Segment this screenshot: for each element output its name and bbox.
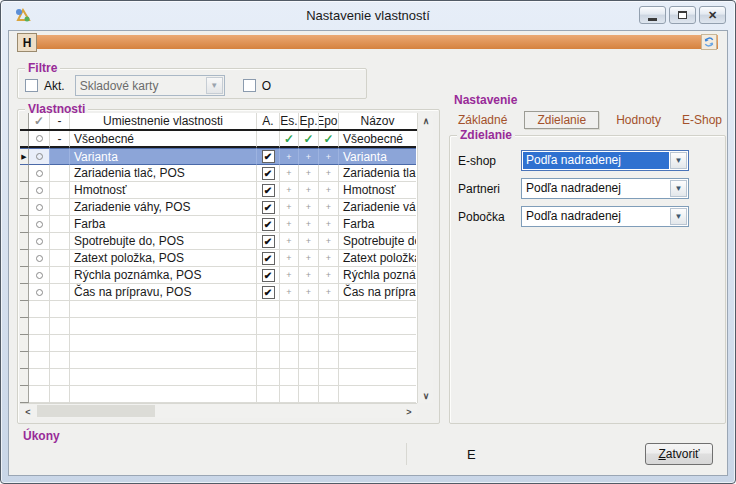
row-check-cell[interactable] — [29, 318, 50, 335]
column-header-minus[interactable]: - — [50, 113, 70, 129]
column-header-ep[interactable]: Ep. — [299, 113, 319, 129]
chevron-down-icon[interactable]: ▼ — [670, 208, 687, 225]
row-placement-cell[interactable]: Čas na prípravu, POS — [70, 284, 257, 301]
row-active-cell[interactable] — [257, 318, 280, 335]
checkbox-checked-icon[interactable]: ✔ — [262, 286, 275, 299]
akt-checkbox[interactable] — [25, 79, 38, 92]
table-row[interactable]: Zatext položka, POS ✔ + + + Zatext polož… — [20, 250, 433, 267]
row-placement-cell[interactable] — [70, 335, 257, 352]
row-name-cell[interactable]: Zariadenie váhy, POS — [339, 199, 416, 216]
table-row[interactable]: Spotrebujte do, POS ✔ + + + Spotrebujte … — [20, 233, 433, 250]
row-check-cell[interactable] — [29, 386, 50, 403]
checkbox-checked-icon[interactable]: ✔ — [262, 252, 275, 265]
checkbox-checked-icon[interactable]: ✔ — [262, 201, 275, 214]
row-active-cell[interactable] — [257, 131, 280, 148]
table-row[interactable]: Rýchla poznámka, POS ✔ + + + Rýchla pozn… — [20, 267, 433, 284]
row-check-cell[interactable] — [29, 250, 50, 267]
minimize-button[interactable] — [639, 6, 666, 24]
tab-zkladn[interactable]: Základné — [454, 112, 511, 128]
row-placement-cell[interactable] — [70, 386, 257, 403]
row-placement-cell[interactable]: Farba — [70, 216, 257, 233]
maximize-button[interactable] — [669, 6, 696, 24]
row-name-cell[interactable] — [339, 301, 416, 318]
row-active-cell[interactable]: ✔ — [257, 165, 280, 182]
chevron-down-icon[interactable]: ▼ — [670, 180, 687, 197]
row-placement-cell[interactable]: Zariadenie váhy, POS — [70, 199, 257, 216]
h-button[interactable]: H — [17, 33, 37, 52]
column-header-es[interactable]: Es. — [280, 113, 299, 129]
checkbox-checked-icon[interactable]: ✔ — [262, 184, 275, 197]
row-active-cell[interactable] — [257, 335, 280, 352]
row-active-cell[interactable]: ✔ — [257, 284, 280, 301]
scrollbar-down-button[interactable]: ∨ — [418, 388, 434, 403]
row-check-cell[interactable] — [29, 182, 50, 199]
row-check-cell[interactable] — [29, 352, 50, 369]
row-check-cell[interactable] — [29, 131, 50, 148]
checkbox-checked-icon[interactable]: ✔ — [262, 269, 275, 282]
tab-hodnoty[interactable]: Hodnoty — [612, 112, 665, 128]
horizontal-scrollbar-thumb[interactable] — [37, 405, 155, 417]
tab-eshop[interactable]: E-Shop — [678, 112, 726, 128]
row-check-cell[interactable] — [29, 301, 50, 318]
row-active-cell[interactable] — [257, 386, 280, 403]
table-row[interactable]: Zariadenie váhy, POS ✔ + + + Zariadenie … — [20, 199, 433, 216]
row-active-cell[interactable]: ✔ — [257, 250, 280, 267]
row-placement-cell[interactable]: Všeobecné — [70, 131, 257, 148]
chevron-down-icon[interactable]: ▼ — [206, 77, 223, 94]
row-active-cell[interactable]: ✔ — [257, 233, 280, 250]
table-row[interactable]: Hmotnosť ✔ + + + Hmotnosť — [20, 182, 433, 199]
row-placement-cell[interactable] — [70, 318, 257, 335]
row-placement-cell[interactable]: Zatext položka, POS — [70, 250, 257, 267]
checkbox-checked-icon[interactable]: ✔ — [262, 167, 275, 180]
title-bar[interactable]: Nastavenie vlastností ✕ — [1, 1, 735, 30]
row-active-cell[interactable] — [257, 369, 280, 386]
checkbox-checked-icon[interactable]: ✔ — [262, 150, 275, 163]
table-row[interactable]: - Všeobecné ✓ ✓ ✓ Všeobecné — [20, 131, 433, 148]
row-placement-cell[interactable]: Rýchla poznámka, POS — [70, 267, 257, 284]
row-name-cell[interactable]: Zariadenia tlač, POS — [339, 165, 416, 182]
row-active-cell[interactable] — [257, 301, 280, 318]
row-check-cell[interactable] — [29, 267, 50, 284]
row-name-cell[interactable]: Spotrebujte do, POS — [339, 233, 416, 250]
chevron-down-icon[interactable]: ▼ — [670, 152, 687, 169]
row-check-cell[interactable] — [29, 335, 50, 352]
eshop-select[interactable]: Podľa nadradenej▼ — [521, 150, 689, 171]
scrollbar-right-button[interactable]: > — [401, 404, 417, 419]
row-name-cell[interactable] — [339, 335, 416, 352]
table-row[interactable]: Čas na prípravu, POS ✔ + + + Čas na príp… — [20, 284, 433, 301]
row-check-cell[interactable] — [29, 199, 50, 216]
checkbox-checked-icon[interactable]: ✔ — [262, 218, 275, 231]
row-check-cell[interactable] — [29, 165, 50, 182]
row-name-cell[interactable] — [339, 318, 416, 335]
row-check-cell[interactable] — [29, 284, 50, 301]
row-placement-cell[interactable]: Hmotnosť — [70, 182, 257, 199]
row-placement-cell[interactable] — [70, 301, 257, 318]
row-placement-cell[interactable] — [70, 369, 257, 386]
close-window-button[interactable]: ✕ — [699, 6, 726, 24]
row-check-cell[interactable] — [29, 233, 50, 250]
column-header-epo[interactable]: Epo. — [319, 113, 339, 129]
scrollbar-up-button[interactable]: ∧ — [418, 113, 434, 128]
column-header-active[interactable]: A. — [257, 113, 280, 129]
o-checkbox[interactable] — [243, 79, 256, 92]
row-check-cell[interactable] — [29, 369, 50, 386]
row-name-cell[interactable]: Varianta — [339, 148, 416, 165]
vertical-scrollbar[interactable]: ∧ ∨ — [417, 113, 433, 403]
row-active-cell[interactable]: ✔ — [257, 148, 280, 165]
poboka-select[interactable]: Podľa nadradenej▼ — [521, 206, 689, 227]
row-name-cell[interactable]: Zatext položka, POS — [339, 250, 416, 267]
checkbox-checked-icon[interactable]: ✔ — [262, 235, 275, 248]
row-name-cell[interactable]: Rýchla poznámka, POS — [339, 267, 416, 284]
row-name-cell[interactable]: Čas na prípravu, POS — [339, 284, 416, 301]
column-header-name[interactable]: Názov — [339, 113, 416, 129]
row-active-cell[interactable] — [257, 352, 280, 369]
row-name-cell[interactable]: Farba — [339, 216, 416, 233]
row-placement-cell[interactable]: Varianta — [70, 148, 257, 165]
row-name-cell[interactable]: Hmotnosť — [339, 182, 416, 199]
row-active-cell[interactable]: ✔ — [257, 216, 280, 233]
row-active-cell[interactable]: ✔ — [257, 182, 280, 199]
row-name-cell[interactable]: Všeobecné — [339, 131, 416, 148]
row-placement-cell[interactable]: Spotrebujte do, POS — [70, 233, 257, 250]
horizontal-scrollbar[interactable]: < > — [20, 403, 417, 418]
row-check-cell[interactable] — [29, 216, 50, 233]
